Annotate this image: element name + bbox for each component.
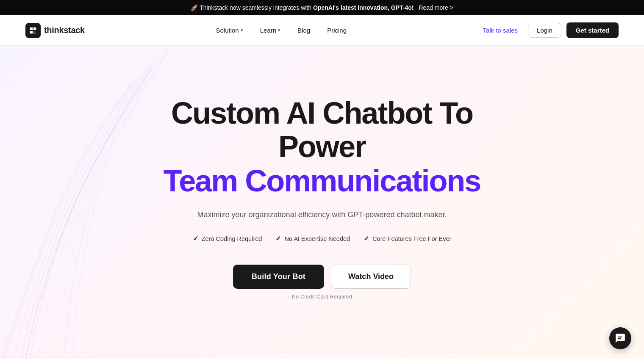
no-credit-card-label: No Credit Card Required [292, 294, 352, 300]
learn-chevron-icon: ▾ [278, 28, 280, 33]
announcement-bar: 🚀 Thinkstack now seamlessly integrates w… [0, 0, 644, 15]
buttons-row: Build Your Bot Watch Video [233, 265, 411, 289]
nav-right: Talk to sales Login Get started [478, 22, 619, 38]
chat-widget-icon [615, 333, 626, 344]
rocket-emoji: 🚀 [191, 4, 198, 11]
hero-section: Custom AI Chatbot To Power Team Communic… [0, 46, 644, 359]
announcement-text-before: Thinkstack now seamlessly integrates wit… [200, 4, 311, 11]
watch-video-button[interactable]: Watch Video [331, 265, 411, 289]
logo-text: thinkstack [44, 25, 85, 35]
headline-line2: Team Communications [131, 163, 513, 199]
read-more-link[interactable]: Read more > [419, 4, 453, 11]
feature-label-1: Zero Coding Required [202, 235, 262, 242]
feature-label-2: No AI Expertise Needed [284, 235, 350, 242]
feature-check-3: ✓ Core Features Free For Ever [364, 235, 451, 243]
nav-learn[interactable]: Learn ▾ [253, 23, 287, 37]
nav-center: Solution ▾ Learn ▾ Blog Pricing [209, 23, 353, 37]
build-your-bot-button[interactable]: Build Your Bot [233, 265, 324, 289]
logo-area[interactable]: thinkstack [25, 23, 85, 38]
announcement-bold-text: OpenAI's latest innovation, GPT-4o! [313, 4, 414, 11]
announcement-space [416, 4, 417, 11]
hero-content: Custom AI Chatbot To Power Team Communic… [131, 97, 513, 300]
login-button[interactable]: Login [528, 23, 561, 38]
feature-checks: ✓ Zero Coding Required ✓ No AI Expertise… [131, 235, 513, 243]
subheadline: Maximize your organizational efficiency … [131, 210, 513, 219]
logo-icon [25, 23, 41, 38]
check-icon-3: ✓ [364, 235, 369, 243]
feature-check-1: ✓ Zero Coding Required [193, 235, 262, 243]
chat-widget-button[interactable] [609, 327, 631, 349]
thinkstack-logo-svg [28, 26, 38, 35]
talk-to-sales-button[interactable]: Talk to sales [478, 23, 523, 37]
nav-pricing[interactable]: Pricing [320, 23, 353, 37]
feature-check-2: ✓ No AI Expertise Needed [275, 235, 350, 243]
get-started-button[interactable]: Get started [566, 22, 619, 38]
check-icon-1: ✓ [193, 235, 198, 243]
nav-blog[interactable]: Blog [291, 23, 317, 37]
cta-buttons: Build Your Bot Watch Video No Credit Car… [131, 265, 513, 300]
header: thinkstack Solution ▾ Learn ▾ Blog Prici… [0, 15, 644, 46]
headline-line1: Custom AI Chatbot To Power [131, 97, 513, 163]
solution-chevron-icon: ▾ [241, 28, 243, 33]
nav-solution[interactable]: Solution ▾ [209, 23, 250, 37]
feature-label-3: Core Features Free For Ever [372, 235, 451, 242]
check-icon-2: ✓ [275, 235, 281, 243]
